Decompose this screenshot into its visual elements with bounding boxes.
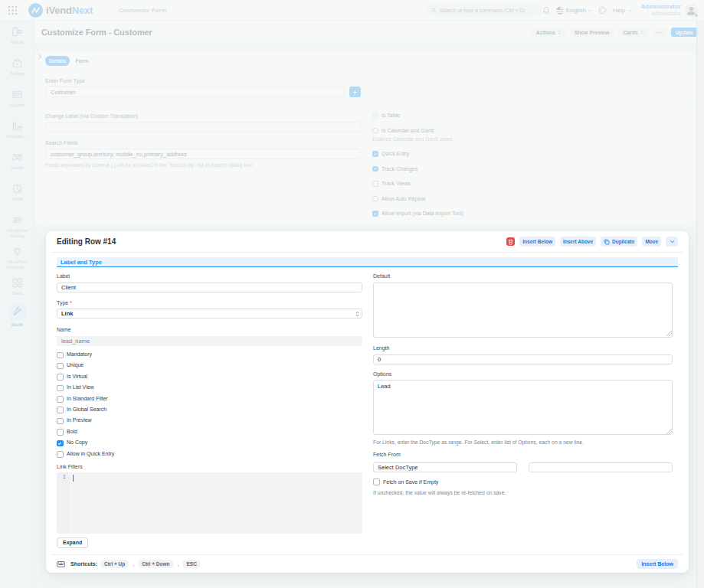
flag-row-in-global-search[interactable]: In Global Search xyxy=(57,407,362,417)
trash-icon xyxy=(508,239,513,245)
collapse-row-button[interactable] xyxy=(666,237,678,247)
select-stepper-icon xyxy=(355,311,359,317)
dialog-title: Editing Row #14 xyxy=(57,237,116,246)
shortcuts: Shortcuts: Ctrl + Up , Ctrl + Down , ESC xyxy=(57,560,201,568)
in-standard-filter-checkbox[interactable] xyxy=(57,396,64,403)
is-virtual-checkbox[interactable] xyxy=(57,374,64,381)
default-textarea[interactable] xyxy=(373,283,673,338)
move-button[interactable]: Move xyxy=(642,237,661,247)
fetch-from-field-select[interactable] xyxy=(529,462,673,472)
flag-row-no-copy[interactable]: No Copy xyxy=(57,439,362,450)
options-textarea[interactable]: Lead xyxy=(373,380,673,435)
flag-row-allow-in-quick-entry[interactable]: Allow in Quick Entry xyxy=(57,451,362,462)
copy-icon xyxy=(604,239,610,245)
no-copy-checkbox[interactable] xyxy=(57,440,64,447)
insert-above-button[interactable]: Insert Above xyxy=(560,237,596,247)
allow-in-quick-entry-checkbox[interactable] xyxy=(57,451,64,458)
editor-gutter: 1 xyxy=(57,472,69,534)
section-label-and-type[interactable]: Label and Type xyxy=(57,257,678,267)
fetch-from-label: Fetch From xyxy=(373,451,673,458)
keyboard-icon xyxy=(57,561,65,567)
length-input[interactable] xyxy=(373,354,673,364)
mandatory-checkbox[interactable] xyxy=(57,352,64,359)
link-filters-label: Link Filters xyxy=(57,463,362,470)
in-list-view-checkbox[interactable] xyxy=(57,385,64,392)
label-input[interactable] xyxy=(57,283,362,292)
bold-checkbox[interactable] xyxy=(57,429,64,436)
options-field-label: Options xyxy=(373,371,673,377)
flag-row-in-list-view[interactable]: In List View xyxy=(57,384,362,395)
name-field-label: Name xyxy=(57,326,362,333)
flag-row-unique[interactable]: Unique xyxy=(57,362,362,373)
flag-row-in-standard-filter[interactable]: In Standard Filter xyxy=(57,396,362,407)
type-select[interactable] xyxy=(57,309,362,318)
label-field-label: Label xyxy=(57,273,362,279)
editing-row-dialog: Editing Row #14 Insert Below Insert Abov… xyxy=(46,231,689,573)
fetch-on-save-checkbox[interactable] xyxy=(373,479,380,485)
editor-caret xyxy=(73,475,74,482)
insert-below-header-button[interactable]: Insert Below xyxy=(519,237,555,247)
dialog-header: Editing Row #14 Insert Below Insert Abov… xyxy=(51,231,683,253)
flag-row-mandatory[interactable]: Mandatory xyxy=(57,351,362,362)
page-scrollbar[interactable] xyxy=(696,21,704,588)
fetch-on-save-row[interactable]: Fetch on Save if Empty xyxy=(373,479,673,485)
kbd-esc: ESC xyxy=(182,560,200,568)
fetch-from-doctype-select[interactable] xyxy=(373,462,517,472)
in-global-search-checkbox[interactable] xyxy=(57,407,64,413)
name-input xyxy=(57,336,362,346)
type-field-label: Type * xyxy=(57,299,362,306)
options-help: For Links, enter the DocType as range. F… xyxy=(373,439,673,446)
chevron-down-icon xyxy=(670,240,675,243)
flag-row-in-preview[interactable]: In Preview xyxy=(57,417,362,428)
insert-below-footer-button[interactable]: Insert Below xyxy=(637,559,678,569)
kbd-ctrl-down: Ctrl + Down xyxy=(138,560,173,568)
fetch-on-save-help: If unchecked, the value will always be r… xyxy=(373,490,673,496)
link-filters-editor[interactable]: 1 xyxy=(57,472,362,534)
flag-row-is-virtual[interactable]: Is Virtual xyxy=(57,374,362,384)
in-preview-checkbox[interactable] xyxy=(57,418,64,425)
flag-row-bold[interactable]: Bold xyxy=(57,429,362,439)
length-field-label: Length xyxy=(373,345,673,351)
expand-button[interactable]: Expand xyxy=(57,537,88,548)
duplicate-button[interactable]: Duplicate xyxy=(601,237,637,247)
kbd-ctrl-up: Ctrl + Up xyxy=(100,560,129,568)
unique-checkbox[interactable] xyxy=(57,363,64,370)
screen: iVendNext Customize Form English Help xyxy=(0,0,704,588)
default-field-label: Default xyxy=(373,273,673,279)
delete-row-button[interactable] xyxy=(506,237,515,246)
dialog-footer: Shortcuts: Ctrl + Up , Ctrl + Down , ESC… xyxy=(51,554,683,573)
